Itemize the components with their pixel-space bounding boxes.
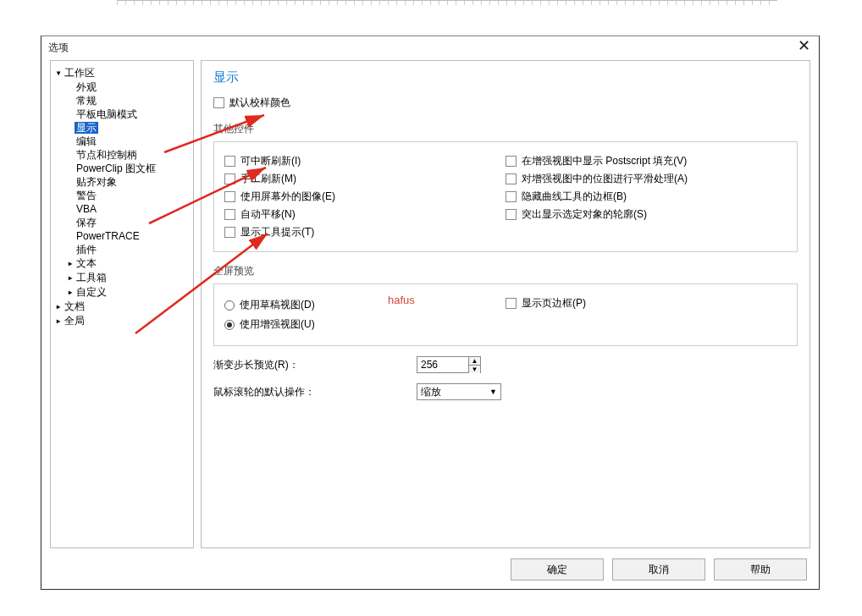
checkbox-icon [506, 209, 517, 220]
tree-item[interactable]: 警告 [54, 189, 190, 202]
checkbox-icon [224, 209, 235, 220]
panel-heading: 显示 [213, 69, 798, 85]
checkbox-icon [506, 156, 517, 167]
tree-item[interactable]: 插件 [54, 243, 190, 256]
tree-item-label: 节点和控制柄 [75, 149, 139, 161]
spinner-down-icon[interactable]: ▼ [469, 366, 480, 373]
tree-item[interactable]: 编辑 [54, 135, 190, 148]
ruler-top [117, 0, 777, 5]
tree-item[interactable]: ▸全局 [54, 314, 190, 328]
checkbox-row[interactable]: 使用屏幕外的图像(E) [224, 190, 506, 204]
tree-item-label: 工作区 [63, 67, 97, 79]
tree-item-label: 文档 [63, 300, 86, 312]
tree-item[interactable]: ▸文档 [54, 300, 190, 314]
close-icon[interactable]: ✕ [795, 36, 812, 55]
options-dialog: 选项 ✕ ▾工作区外观常规平板电脑模式显示编辑节点和控制柄PowerClip 图… [41, 36, 820, 590]
row-label: 渐变步长预览(R)： [213, 358, 417, 372]
checkbox-icon [506, 191, 517, 202]
tree-expander-icon[interactable]: ▾ [54, 67, 63, 80]
select-value: 缩放 [421, 385, 441, 399]
ok-button[interactable]: 确定 [511, 558, 604, 580]
tree-item[interactable]: 贴齐对象 [54, 175, 190, 189]
group-other-controls: 其他控件 可中断刷新(I)手工刷新(M)使用屏幕外的图像(E)自动平移(N)显示… [213, 122, 798, 252]
checkbox-icon [224, 173, 235, 184]
checkbox-label: 自动平移(N) [240, 207, 296, 222]
checkbox-default-proof-colors[interactable]: 默认校样颜色 [213, 96, 798, 110]
help-button[interactable]: 帮助 [714, 558, 807, 580]
tree-item[interactable]: ▸文本 [54, 256, 190, 271]
tree-item-label: 贴齐对象 [75, 176, 119, 188]
tree-expander-icon[interactable]: ▸ [54, 300, 63, 314]
group-title: 全屏预览 [213, 264, 798, 278]
tree-expander-icon[interactable]: ▸ [66, 272, 75, 285]
tree-item-label: VBA [75, 203, 98, 215]
checkbox-row[interactable]: 显示工具提示(T) [224, 225, 506, 239]
checkbox-label: 显示工具提示(T) [240, 225, 314, 239]
checkbox-row[interactable]: 隐藏曲线工具的边框(B) [506, 190, 787, 204]
checkbox-row[interactable]: 自动平移(N) [224, 207, 506, 222]
radio-draft-view[interactable]: 使用草稿视图(D) [224, 298, 506, 312]
tree-expander-icon[interactable]: ▸ [54, 315, 63, 328]
tree-item[interactable]: 保存 [54, 216, 190, 229]
tree-item[interactable]: ▾工作区 [54, 66, 190, 80]
checkbox-label: 默认校样颜色 [229, 96, 290, 110]
radio-icon [224, 300, 235, 311]
checkbox-label: 对增强视图中的位图进行平滑处理(A) [522, 172, 688, 186]
spinner-up-icon[interactable]: ▲ [469, 357, 480, 366]
checkbox-label: 使用屏幕外的图像(E) [240, 190, 335, 204]
tree-item[interactable]: VBA [54, 202, 190, 216]
tree-item[interactable]: ▸自定义 [54, 285, 190, 300]
tree-item[interactable]: 显示 [54, 121, 190, 135]
checkbox-row[interactable]: 对增强视图中的位图进行平滑处理(A) [506, 172, 787, 186]
tree-item-label: 插件 [75, 244, 98, 256]
group-fullscreen-preview: 全屏预览 使用草稿视图(D) 使用增强视图(U) [213, 264, 798, 346]
tree-item[interactable]: PowerClip 图文框 [54, 162, 190, 175]
options-tree[interactable]: ▾工作区外观常规平板电脑模式显示编辑节点和控制柄PowerClip 图文框贴齐对… [50, 60, 194, 548]
checkbox-icon [506, 298, 517, 309]
checkbox-show-page-border[interactable]: 显示页边框(P) [506, 296, 787, 311]
tree-item[interactable]: 平板电脑模式 [54, 107, 190, 121]
tree-item[interactable]: 节点和控制柄 [54, 148, 190, 162]
fountain-steps-spinner[interactable]: ▲ ▼ [417, 356, 481, 373]
radio-label: 使用草稿视图(D) [240, 298, 315, 312]
checkbox-row[interactable]: 手工刷新(M) [224, 172, 506, 186]
tree-item-label: 平板电脑模式 [75, 108, 139, 120]
chevron-down-icon: ▼ [489, 388, 497, 396]
row-label: 鼠标滚轮的默认操作： [213, 385, 417, 399]
tree-expander-icon[interactable]: ▸ [66, 286, 75, 300]
tree-item-label: 文本 [75, 257, 98, 269]
row-mouse-wheel: 鼠标滚轮的默认操作： 缩放 ▼ [213, 383, 798, 400]
radio-icon [224, 320, 235, 330]
radio-label: 使用增强视图(U) [240, 317, 315, 332]
tree-item[interactable]: ▸工具箱 [54, 271, 190, 285]
tree-item-label: 外观 [75, 81, 98, 93]
checkbox-row[interactable]: 突出显示选定对象的轮廓(S) [506, 207, 787, 222]
tree-expander-icon[interactable]: ▸ [66, 257, 75, 271]
button-label: 帮助 [750, 563, 771, 577]
checkbox-icon [224, 227, 235, 238]
tree-item[interactable]: PowerTRACE [54, 229, 190, 243]
tree-item-label: 显示 [75, 122, 98, 134]
group-title: 其他控件 [213, 122, 798, 136]
tree-item[interactable]: 常规 [54, 94, 190, 107]
checkbox-icon [506, 173, 517, 184]
checkbox-row[interactable]: 在增强视图中显示 Postscript 填充(V) [506, 154, 787, 168]
fountain-steps-input[interactable] [417, 357, 468, 372]
checkbox-label: 可中断刷新(I) [240, 154, 301, 168]
display-panel: 显示 默认校样颜色 其他控件 可中断刷新(I)手工刷新(M)使用屏幕外的图像(E… [201, 60, 810, 548]
tree-item-label: 全局 [63, 315, 86, 327]
checkbox-icon [224, 156, 235, 167]
tree-item-label: 自定义 [75, 286, 108, 298]
mouse-wheel-select[interactable]: 缩放 ▼ [417, 383, 501, 400]
checkbox-label: 在增强视图中显示 Postscript 填充(V) [522, 154, 687, 168]
radio-enhanced-view[interactable]: 使用增强视图(U) [224, 317, 506, 332]
checkbox-row[interactable]: 可中断刷新(I) [224, 154, 506, 168]
button-label: 确定 [547, 563, 567, 577]
checkbox-label: 手工刷新(M) [240, 172, 296, 186]
cancel-button[interactable]: 取消 [612, 558, 705, 580]
tree-item[interactable]: 外观 [54, 80, 190, 94]
tree-item-label: 保存 [75, 217, 98, 228]
checkbox-icon [213, 97, 224, 108]
dialog-title: 选项 [48, 41, 69, 53]
tree-item-label: 工具箱 [75, 272, 108, 283]
